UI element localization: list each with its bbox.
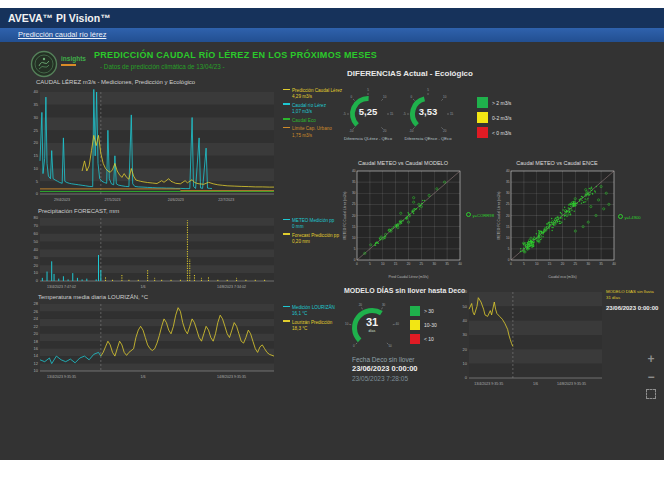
modelo-legend: > 3010-30< 10 [410, 306, 437, 348]
svg-text:20: 20 [407, 262, 411, 266]
svg-text:20: 20 [34, 263, 39, 268]
svg-text:60: 60 [463, 289, 468, 294]
svg-text:Caudal eco (m3/s): Caudal eco (m3/s) [548, 275, 577, 279]
svg-text:50: 50 [388, 344, 392, 348]
legend-marker-icon [283, 233, 290, 235]
svg-text:0: 0 [350, 95, 352, 99]
svg-text:40: 40 [34, 89, 39, 94]
trend-temp-chart[interactable]: 2826242220181614121013/4/2023 9:35:351/6… [28, 300, 278, 383]
svg-text:5: 5 [508, 247, 510, 251]
legend-marker-icon [283, 320, 290, 322]
svg-text:50: 50 [463, 304, 468, 309]
svg-text:10: 10 [381, 262, 385, 266]
scatter-modelo-title: Caudal METEO vs Caudal MODELO [340, 160, 466, 166]
svg-text:40: 40 [463, 318, 468, 323]
svg-text:20: 20 [359, 303, 363, 307]
svg-text:5: 5 [36, 179, 39, 184]
svg-text:26: 26 [34, 309, 39, 314]
svg-text:13/4/2023 9:35:35: 13/4/2023 9:35:35 [474, 382, 503, 386]
svg-text:40: 40 [34, 247, 39, 252]
zoom-out-button[interactable]: − [645, 371, 657, 383]
svg-text:10: 10 [463, 361, 468, 366]
svg-text:29/4/2023: 29/4/2023 [54, 198, 70, 202]
svg-text:40: 40 [352, 169, 356, 173]
svg-text:20: 20 [506, 214, 510, 218]
gauge-diferencia-ence-value: 3,53 [402, 106, 454, 117]
svg-text:20: 20 [463, 347, 468, 352]
status-legend-item: < 10 [410, 334, 437, 344]
svg-text:5: 5 [354, 247, 356, 251]
svg-text:0: 0 [353, 344, 355, 348]
scatter-modelo-chart[interactable]: 00551010151520202525303035354040Pred Cau… [342, 168, 464, 280]
svg-text:25: 25 [34, 128, 39, 133]
svg-text:30: 30 [382, 303, 386, 307]
breadcrumb-display-link[interactable]: Predicción caudal río lérez [18, 30, 106, 39]
legend-marker-icon [283, 306, 290, 308]
scatter-ence-chart[interactable]: 00551010151520202525303035354040Caudal e… [496, 168, 618, 280]
svg-text:30: 30 [34, 255, 39, 260]
svg-text:22/7/2023: 22/7/2023 [218, 198, 234, 202]
status-legend-item: > 30 [410, 306, 437, 316]
svg-text:35: 35 [34, 102, 39, 107]
fit-view-button[interactable] [646, 389, 656, 399]
trend-caudal-title: CAUDAL LÉREZ m3/s - Mediciones, Predicci… [36, 79, 195, 85]
svg-text:10: 10 [443, 95, 447, 99]
svg-text:20: 20 [443, 129, 447, 133]
status-legend-item: 0-2 m3/s [477, 112, 511, 123]
svg-text:14/8/2023 9:35:35: 14/8/2023 9:35:35 [217, 375, 246, 379]
page-margin-bottom [0, 460, 664, 498]
svg-text:20: 20 [383, 129, 387, 133]
zoom-in-button[interactable]: + [645, 353, 657, 365]
svg-text:12: 12 [34, 361, 39, 366]
svg-text:15: 15 [394, 262, 398, 266]
svg-text:30: 30 [463, 332, 468, 337]
trend-precip-chart[interactable]: 8070605040302010013/4/2023 7:47:021/614/… [28, 214, 278, 293]
page-margin-top [0, 0, 664, 8]
svg-text:25: 25 [574, 262, 578, 266]
gauge-dias-unit: días [344, 329, 400, 333]
svg-text:10: 10 [34, 166, 39, 171]
trend-caudal-chart[interactable]: 403530252015105029/4/202327/5/202324/6/2… [28, 88, 278, 206]
status-swatch-icon [477, 97, 488, 108]
scatter-ence-legend: y=L4900 [618, 214, 641, 220]
legend-marker-icon [283, 219, 290, 221]
svg-text:0: 0 [356, 262, 358, 266]
svg-text:0: 0 [36, 191, 39, 196]
svg-text:25: 25 [352, 202, 356, 206]
svg-text:5: 5 [369, 262, 371, 266]
svg-text:40: 40 [612, 262, 616, 266]
svg-text:18: 18 [34, 339, 39, 344]
svg-text:35: 35 [506, 180, 510, 184]
svg-text:13/4/2023 7:47:02: 13/4/2023 7:47:02 [47, 285, 76, 289]
svg-text:15: 15 [34, 153, 39, 158]
legend-marker-icon [283, 103, 290, 105]
svg-text:28: 28 [34, 301, 39, 306]
brand-name: insights [61, 55, 86, 62]
svg-text:5: 5 [367, 88, 369, 92]
svg-text:0: 0 [36, 278, 39, 283]
status-swatch-icon [410, 334, 420, 344]
diferencias-legend: > 2 m3/s0-2 m3/s< 0 m3/s [477, 97, 511, 142]
svg-text:10: 10 [506, 236, 510, 240]
svg-text:30: 30 [352, 191, 356, 195]
svg-text:40: 40 [458, 262, 462, 266]
scatter-point-icon [618, 214, 623, 219]
gauge-dias-sin-llover[interactable]: 01020304050 [344, 300, 400, 356]
svg-text:5: 5 [427, 88, 429, 92]
trend-dias-chart[interactable]: 605040302010013/4/2023 9:35:351/614/8/20… [456, 288, 608, 392]
scatter-modelo-legend: y=CORR98 [466, 212, 494, 218]
svg-text:20: 20 [561, 262, 565, 266]
svg-text:0: 0 [508, 258, 510, 262]
svg-text:METEO FC Caudal Lérez (m3/s): METEO FC Caudal Lérez (m3/s) [497, 192, 501, 240]
svg-text:-10: -10 [349, 129, 354, 133]
status-swatch-icon [477, 112, 488, 123]
svg-text:20: 20 [34, 140, 39, 145]
trend-dias-date: 23/06/2023 0:00:00 [606, 305, 658, 311]
svg-text:-10: -10 [409, 129, 414, 133]
legend-marker-icon [283, 89, 290, 91]
svg-text:22: 22 [34, 324, 39, 329]
fecha-deco-calculo: 23/05/2023 7:28:05 [352, 375, 408, 382]
svg-text:0: 0 [410, 95, 412, 99]
svg-text:10: 10 [352, 236, 356, 240]
svg-text:30: 30 [432, 262, 436, 266]
